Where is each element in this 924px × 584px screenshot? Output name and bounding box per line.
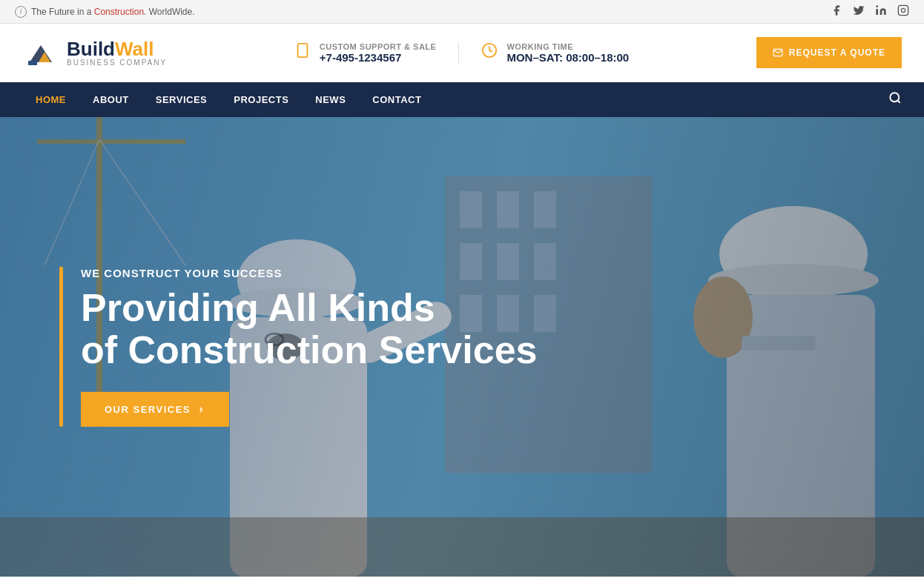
hero-text: WE CONSTRUCT YOUR SUCCESS Providing All … <box>81 267 537 427</box>
svg-point-0 <box>876 5 878 7</box>
nav-link-services[interactable]: SERVICES <box>142 82 221 117</box>
brand-name: BuildWall <box>67 39 167 59</box>
nav-link-contact[interactable]: CONTACT <box>359 82 435 117</box>
phone-icon <box>294 42 311 63</box>
nav-item-projects[interactable]: PROJECTS <box>220 82 302 117</box>
nav-item-about[interactable]: ABOUT <box>79 82 142 117</box>
nav-link-about[interactable]: ABOUT <box>79 82 142 117</box>
hero-content: WE CONSTRUCT YOUR SUCCESS Providing All … <box>59 267 537 427</box>
logo-icon <box>22 34 59 71</box>
our-services-button[interactable]: OUR SERVICES <box>81 392 229 427</box>
working-text: WORKING TIME MON–SAT: 08:00–18:00 <box>506 42 629 64</box>
nav-item-services[interactable]: SERVICES <box>142 82 221 117</box>
nav-link-home[interactable]: HOME <box>22 82 79 117</box>
nav-item-home[interactable]: HOME <box>22 82 79 117</box>
search-icon[interactable] <box>888 91 902 108</box>
support-block: CUSTOM SUPPORT & SALE +7-495-1234567 <box>272 42 459 64</box>
support-text: CUSTOM SUPPORT & SALE +7-495-1234567 <box>320 42 437 64</box>
svg-rect-5 <box>28 61 37 65</box>
nav-link-projects[interactable]: PROJECTS <box>220 82 302 117</box>
svg-line-10 <box>897 100 900 102</box>
working-block: WORKING TIME MON–SAT: 08:00–18:00 <box>458 42 651 64</box>
top-bar-info: i The Future in a Construction. WorldWid… <box>15 6 195 18</box>
logo[interactable]: BuildWall BUSINESS COMPANY <box>22 34 167 71</box>
hero-section: WE CONSTRUCT YOUR SUCCESS Providing All … <box>0 117 924 577</box>
nav-links: HOME ABOUT SERVICES PROJECTS NEWS CONTAC… <box>22 82 435 117</box>
request-quote-button[interactable]: REQUEST A QUOTE <box>756 37 902 68</box>
instagram-icon[interactable] <box>897 4 909 19</box>
clock-icon <box>481 42 498 63</box>
navbar: HOME ABOUT SERVICES PROJECTS NEWS CONTAC… <box>0 82 924 117</box>
hero-subtitle: WE CONSTRUCT YOUR SUCCESS <box>81 267 537 279</box>
top-bar: i The Future in a Construction. WorldWid… <box>0 0 924 24</box>
info-icon: i <box>15 6 27 18</box>
svg-rect-1 <box>898 5 908 15</box>
nav-link-news[interactable]: NEWS <box>302 82 359 117</box>
arrow-right-icon <box>197 405 205 414</box>
envelope-icon <box>773 47 783 58</box>
hero-title: Providing All Kinds of Construction Serv… <box>81 287 537 371</box>
top-bar-text: The Future in a Construction. WorldWide. <box>31 7 195 17</box>
social-icons <box>831 4 909 19</box>
facebook-icon[interactable] <box>831 4 842 19</box>
nav-item-contact[interactable]: CONTACT <box>359 82 435 117</box>
header-info: CUSTOM SUPPORT & SALE +7-495-1234567 WOR… <box>240 42 684 64</box>
linkedin-icon[interactable] <box>875 4 887 19</box>
header: BuildWall BUSINESS COMPANY CUSTOM SUPPOR… <box>0 24 924 82</box>
logo-text: BuildWall BUSINESS COMPANY <box>67 39 167 67</box>
hero-accent-bar <box>59 267 63 427</box>
twitter-icon[interactable] <box>853 4 865 19</box>
nav-item-news[interactable]: NEWS <box>302 82 359 117</box>
svg-point-9 <box>890 93 899 102</box>
